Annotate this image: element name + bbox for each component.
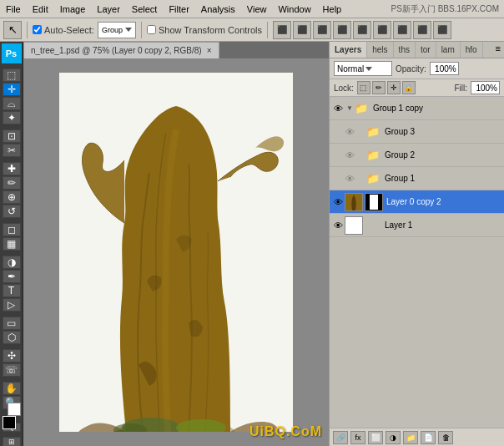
canvas-image [59,73,293,432]
layer-vis-layer1[interactable]: 👁 [331,219,345,232]
link-layers-btn[interactable]: 🔗 [333,431,348,444]
adjustment-btn[interactable]: ◑ [386,431,401,444]
lock-transparent-btn[interactable]: ⬚ [357,81,370,94]
pen-tool[interactable]: ✒ [3,270,21,283]
lock-fill-row: Lock: ⬚ ✏ ✛ 🔒 Fill: 100% [330,79,504,97]
selection-tool[interactable]: ⬚ [3,68,21,82]
menu-help[interactable]: Help [317,3,348,16]
tab-lam[interactable]: lam [436,42,461,58]
delete-layer-btn[interactable]: 🗑 [438,431,453,444]
toolbar-sep-2 [141,22,142,38]
bottom-icons: 🔗 fx ⬜ ◑ 📁 📄 🗑 [333,431,453,444]
magic-wand-tool[interactable]: ✦ [3,111,21,124]
tab-tor-label: tor [421,45,431,54]
layer-row-group3[interactable]: 👁 📁 Group 3 [330,120,504,144]
eraser-tool[interactable]: ◻ [3,223,21,236]
menu-view[interactable]: View [241,3,273,16]
tab-hfo[interactable]: hfo [461,42,483,58]
align-top-icon[interactable]: ⬛ [333,21,351,39]
opacity-value[interactable]: 100% [430,62,459,75]
align-bottom-icon[interactable]: ⬛ [373,21,391,39]
menu-image[interactable]: Image [54,3,92,16]
move-tool-icon[interactable]: ↖ [3,21,22,39]
distribute-icon[interactable]: ⬛ [393,21,411,39]
layer-vis-group3[interactable]: 👁 [343,125,356,139]
add-mask-btn[interactable]: ⬜ [368,431,383,444]
layer-name-layer1: Layer 1 [385,220,502,230]
move-tool[interactable]: ✛ [3,83,21,96]
menu-filter[interactable]: Filter [163,3,194,16]
layer-row-group1copy[interactable]: 👁 📁 Group 1 copy [330,97,504,120]
layer-vis-group1copy[interactable]: 👁 [331,102,345,115]
expand-group3[interactable] [356,127,366,137]
show-transform-checkbox[interactable] [147,25,156,34]
hand-tool[interactable]: ✋ [3,382,21,395]
menu-file[interactable]: File [0,3,27,16]
canvas-tab[interactable]: n_tree_1.psd @ 75% (Layer 0 copy 2, RGB/… [23,42,219,58]
toolbar: ↖ Auto-Select: Group Show Transform Cont… [0,18,504,42]
screen-mode-tool[interactable]: ⊞ [3,437,21,446]
crop-tool[interactable]: ⊡ [3,129,21,143]
text-tool[interactable]: T [3,284,21,297]
tab-ths[interactable]: ths [394,42,416,58]
healing-tool[interactable]: ✚ [3,162,21,175]
align-left-icon[interactable]: ⬛ [273,21,291,39]
blend-opacity-row: Normal Opacity: 100% [330,58,504,79]
group-dropdown[interactable]: Group [98,22,136,38]
menu-layer[interactable]: Layer [91,3,126,16]
blend-mode-dropdown[interactable]: Normal [334,61,392,76]
layer-name-group1: Group 1 [385,174,502,183]
menu-window[interactable]: Window [272,3,316,16]
canvas-area: n_tree_1.psd @ 75% (Layer 0 copy 2, RGB/… [23,42,329,446]
canvas-close-icon[interactable]: × [207,46,212,55]
fill-value[interactable]: 100% [471,81,500,94]
align-center-icon[interactable]: ⬛ [293,21,311,39]
layer-row-group1[interactable]: 👁 📁 Group 1 [330,167,504,190]
menu-analysis[interactable]: Analysis [195,3,241,16]
eyedropper-tool[interactable]: ✣ [3,349,21,362]
layer-row-layer0copy2[interactable]: 👁 Layer 0 copy 2 [330,190,504,214]
tab-tor[interactable]: tor [416,42,436,58]
menu-select[interactable]: Select [126,3,164,16]
lock-image-btn[interactable]: ✏ [372,81,386,94]
expand-group1[interactable] [356,174,366,184]
3d-tool[interactable]: ⬡ [3,331,21,344]
tab-hels[interactable]: hels [367,42,393,58]
layer-row-group2[interactable]: 👁 📁 Group 2 [330,144,504,167]
auto-select-checkbox[interactable] [33,25,42,34]
distribute2-icon[interactable]: ⬛ [413,21,431,39]
layer-row-layer1[interactable]: 👁 Layer 1 [330,214,504,237]
opacity-label: Opacity: [396,64,426,73]
clone-tool[interactable]: ⊕ [3,190,21,204]
panel-menu-icon[interactable]: ≡ [492,42,504,58]
layer-vis-layer0copy2[interactable]: 👁 [331,195,345,209]
lock-position-btn[interactable]: ✛ [387,81,401,94]
history-brush-tool[interactable]: ↺ [3,205,21,218]
lasso-tool[interactable]: ⌓ [3,97,21,110]
dodge-tool[interactable]: ◑ [3,256,21,269]
layer-vis-group2[interactable]: 👁 [343,149,356,162]
layer-vis-group1[interactable]: 👁 [343,172,356,185]
expand-group1copy[interactable] [345,104,355,114]
layer-style-btn[interactable]: fx [350,431,365,444]
new-layer-btn[interactable]: 📄 [421,431,436,444]
align-middle-icon[interactable]: ⬛ [353,21,371,39]
expand-group2[interactable] [356,150,366,160]
lock-all-btn[interactable]: 🔒 [402,81,416,94]
menu-edit[interactable]: Edit [27,3,54,16]
fill-text: 100% [476,84,497,93]
path-select-tool[interactable]: ▷ [3,298,21,312]
distribute3-icon[interactable]: ⬛ [433,21,451,39]
slice-tool[interactable]: ✂ [3,144,21,157]
background-color[interactable] [8,403,21,416]
gradient-tool[interactable]: ▦ [3,237,21,251]
brush-tool[interactable]: ✏ [3,176,21,190]
new-group-btn[interactable]: 📁 [403,431,418,444]
align-right-icon[interactable]: ⬛ [313,21,331,39]
folder-icon-group1: 📁 [366,172,380,185]
foreground-color[interactable] [3,416,16,429]
notes-tool[interactable]: ☏ [3,363,21,377]
ps-bbs-label: PS新手入门 BBS.16PX.COM [391,3,504,15]
shape-tool[interactable]: ▭ [3,317,21,330]
tab-layers[interactable]: Layers [330,42,367,58]
